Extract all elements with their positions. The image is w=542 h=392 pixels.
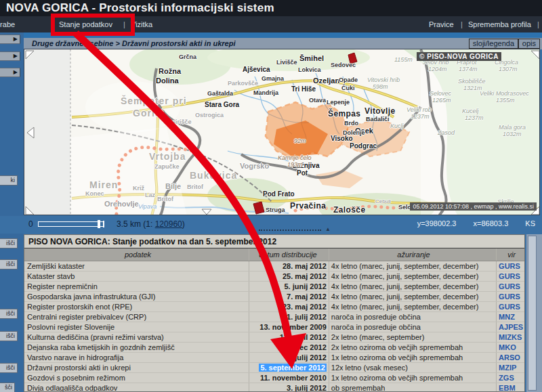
table-header-row: podatek datum distribucije ažuriranje vi… bbox=[24, 248, 524, 261]
table-row: Divja odlagališča odpadkov3. julij 2012o… bbox=[24, 383, 524, 392]
cell-azuriranje: 4x letno (marec, junij, september, decem… bbox=[329, 282, 496, 291]
table-scrollbar[interactable] bbox=[526, 234, 542, 392]
sidebar: ▶▶▶kiščiiščiiščiiščiiščiiščišči bbox=[0, 32, 24, 392]
table-body: Zemljiški kataster28. maj 20124x letno (… bbox=[24, 261, 524, 392]
table-row: Kataster stavb25. maj 20124x letno (mare… bbox=[24, 271, 524, 282]
opis-button[interactable]: opis bbox=[518, 39, 540, 49]
menu-item-pravice[interactable]: Pravice bbox=[429, 20, 454, 28]
cell-vir: MKO bbox=[496, 343, 524, 352]
panel-collapse-handle[interactable]: ▲ bbox=[259, 230, 321, 234]
cell-datum: 13. april 2012 bbox=[249, 332, 329, 342]
table-row: Kulturna dediščina (pravni režimi varstv… bbox=[24, 332, 524, 343]
cell-podatek: Register nepremičnin bbox=[24, 282, 249, 291]
map-copyright: © PISO-NOVA GORICA bbox=[417, 52, 501, 61]
menu-item-sprememba-profila[interactable]: Sprememba profila bbox=[468, 20, 531, 28]
cell-datum: 7. marec 2012 bbox=[249, 343, 329, 352]
cell-datum: 5. junij 2012 bbox=[249, 282, 329, 291]
table-row: Centralni register prebivalcev (CRP)1. j… bbox=[24, 312, 524, 322]
sidebar-search-button[interactable]: išči bbox=[0, 331, 18, 341]
sidebar-search-button[interactable]: išči bbox=[0, 238, 18, 248]
cell-datum: 23. maj 2012 bbox=[249, 302, 329, 311]
vir-link[interactable]: GURS bbox=[499, 262, 520, 270]
coordinate-system-label: KS bbox=[525, 219, 535, 227]
cell-azuriranje: 1x letno oziroma ob večjih spremembah bbox=[329, 373, 496, 383]
table-row: Register nepremičnin5. junij 20124x letn… bbox=[24, 282, 524, 292]
cell-azuriranje: naroča in posreduje občina bbox=[329, 322, 496, 332]
cell-datum: 13. november 2009 bbox=[249, 322, 329, 332]
sidebar-arrow-button[interactable]: ▶ bbox=[0, 35, 20, 44]
scale-zero-label: 0 bbox=[28, 219, 33, 229]
scale-ratio-link[interactable]: 120960 bbox=[155, 219, 182, 229]
cell-podatek: Gospodarska javna infrastruktura (GJI) bbox=[24, 292, 249, 301]
vir-link[interactable]: GURS bbox=[499, 282, 520, 290]
vir-link[interactable]: EBM bbox=[499, 384, 515, 392]
cell-vir: GURS bbox=[496, 282, 524, 291]
cell-vir: GURS bbox=[496, 271, 524, 281]
cell-datum: 11. november 2010 bbox=[249, 373, 329, 383]
map-timestamp: 05.09.2012 10:57:08 , ewmap , www.realis… bbox=[410, 202, 537, 211]
scale-bar-marker bbox=[98, 220, 100, 228]
vir-link[interactable]: ZGS bbox=[499, 374, 514, 382]
table-row: Poslovni register Slovenije13. november … bbox=[24, 322, 524, 332]
vir-link[interactable]: ARSO bbox=[499, 353, 520, 362]
cell-azuriranje: 1x letno oziroma ob večjih spremembah bbox=[329, 353, 496, 362]
vir-link[interactable]: MNZ bbox=[499, 313, 515, 321]
vir-link[interactable]: GURS bbox=[499, 272, 520, 280]
cell-datum: 5. september 2012 bbox=[249, 363, 329, 372]
table-row: Register prostorskih enot (RPE)23. maj 2… bbox=[24, 302, 524, 312]
cell-podatek: Državni prostorski akti in ukrepi bbox=[24, 363, 249, 372]
menu-item-vizitka[interactable]: Vizitka bbox=[131, 20, 152, 28]
sidebar-search-button[interactable]: išči bbox=[0, 363, 18, 373]
map-viewport[interactable]: GrčnaRožnaDolinaŠempeter priGoriciKosiri… bbox=[24, 49, 540, 215]
table-row: Gozdovi s posebnim režimom11. november 2… bbox=[24, 373, 524, 383]
breadcrumb-bar: Druge državne vsebine > Državni prostors… bbox=[0, 38, 542, 49]
highlighted-date: 5. september 2012 bbox=[259, 364, 326, 372]
cell-vir: GURS bbox=[496, 302, 524, 311]
column-header-vir: vir bbox=[496, 248, 524, 261]
vir-link[interactable]: GURS bbox=[499, 292, 520, 301]
cell-vir: AJPES bbox=[496, 322, 524, 332]
cell-azuriranje: 2x letno (marec, september) bbox=[329, 332, 496, 342]
scrollbar-track[interactable] bbox=[528, 236, 537, 391]
cell-podatek: Centralni register prebivalcev (CRP) bbox=[24, 312, 249, 322]
vir-link[interactable]: MZIP bbox=[499, 364, 516, 372]
vir-link[interactable]: MKO bbox=[499, 343, 516, 351]
menu-item-stanje-podatkov[interactable]: Stanje podatkov bbox=[59, 20, 112, 28]
app-title: NOVA GORICA - Prostorski informacijski s… bbox=[6, 1, 274, 15]
data-status-panel: PISO NOVA GORICA: Stanje podatkov na dan… bbox=[24, 234, 525, 392]
menu-separator: | bbox=[123, 20, 125, 28]
cell-vir: GURS bbox=[496, 261, 524, 271]
cell-podatek: Gozdovi s posebnim režimom bbox=[24, 373, 249, 383]
sidebar-arrow-button[interactable]: ▶ bbox=[0, 68, 20, 77]
accent-strip bbox=[0, 32, 542, 38]
vir-link[interactable]: AJPES bbox=[499, 323, 523, 331]
vir-link[interactable]: MIZKS bbox=[499, 333, 522, 341]
app-header: NOVA GORICA - Prostorski informacijski s… bbox=[0, 0, 542, 16]
column-header-azuriranje: ažuriranje bbox=[329, 248, 496, 261]
scale-bar bbox=[38, 221, 104, 227]
layers-legend-button[interactable]: sloji/legenda bbox=[469, 39, 518, 49]
sidebar-search-button[interactable]: ki bbox=[0, 175, 18, 186]
sidebar-search-button[interactable]: išči bbox=[0, 309, 18, 319]
sidebar-search-button[interactable]: šči bbox=[0, 383, 15, 392]
map-canvas bbox=[24, 49, 540, 215]
cell-azuriranje: 2x letno oziroma ob večjih spremembah bbox=[329, 343, 496, 352]
sidebar-arrow-button[interactable]: ▶ bbox=[0, 51, 20, 61]
cell-datum: 28. maj 2012 bbox=[249, 261, 329, 271]
cell-vir: MNZ bbox=[496, 312, 524, 322]
table-row: Gospodarska javna infrastruktura (GJI)7.… bbox=[24, 292, 524, 302]
coordinates-readout: y=398002.3 x=86803.3 KS bbox=[402, 219, 535, 227]
cell-azuriranje: ob spremembah bbox=[329, 383, 496, 392]
cell-podatek: Poslovni register Slovenije bbox=[24, 322, 249, 332]
cell-vir: ARSO bbox=[496, 353, 524, 362]
menu-item-cut[interactable]: orabe bbox=[0, 20, 15, 28]
table-title: PISO NOVA GORICA: Stanje podatkov na dan… bbox=[24, 235, 524, 248]
cell-podatek: Dejanska raba kmetijskih in gozdnih zeml… bbox=[24, 343, 249, 352]
coordinate-x: x=86803.3 bbox=[474, 219, 509, 227]
cell-azuriranje: naroča in posreduje občina bbox=[329, 312, 496, 322]
cell-vir: MIZKS bbox=[496, 332, 524, 342]
cell-podatek: Divja odlagališča odpadkov bbox=[24, 383, 249, 392]
cell-podatek: Varstvo narave in hidrografija bbox=[24, 353, 249, 362]
sidebar-search-button[interactable]: išči bbox=[0, 259, 18, 269]
vir-link[interactable]: GURS bbox=[499, 303, 520, 311]
